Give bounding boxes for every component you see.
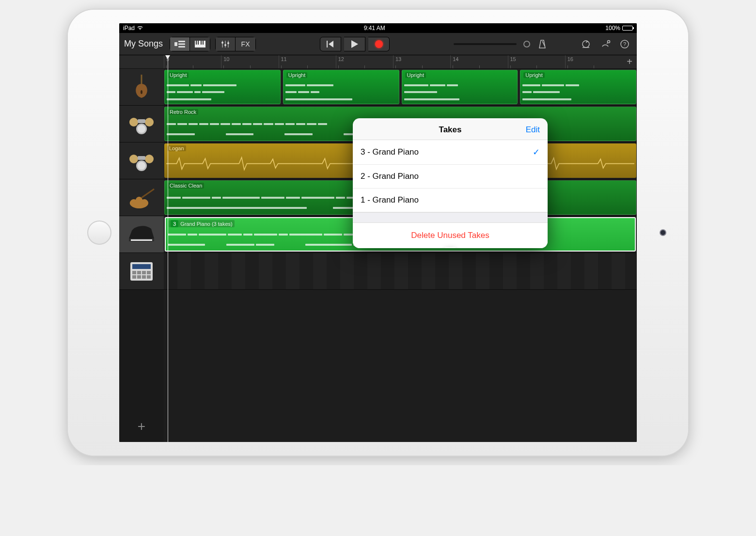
track-header-classic[interactable]	[119, 179, 164, 216]
svg-rect-0	[174, 42, 177, 46]
svg-rect-45	[142, 275, 146, 279]
popover-pointer-icon	[444, 247, 456, 248]
rewind-button[interactable]	[320, 37, 341, 51]
take-item-1[interactable]: 1 - Grand Piano	[353, 189, 548, 212]
fx-button[interactable]: FX	[236, 37, 256, 51]
take-item-3[interactable]: 3 - Grand Piano ✓	[353, 140, 548, 165]
svg-rect-41	[142, 271, 146, 274]
popover-edit-button[interactable]: Edit	[526, 125, 540, 135]
svg-point-12	[224, 44, 226, 46]
device-label: iPad	[123, 25, 135, 32]
loop-button[interactable]	[579, 37, 593, 51]
svg-rect-28	[138, 119, 145, 123]
svg-rect-38	[132, 264, 151, 269]
region-upright-1[interactable]: Upright	[164, 70, 281, 104]
svg-rect-43	[132, 275, 136, 279]
front-camera	[660, 229, 666, 236]
take-item-2[interactable]: 2 - Grand Piano	[353, 165, 548, 189]
clock: 9:41 AM	[364, 25, 385, 32]
popover-title: Takes	[439, 125, 462, 134]
guitar-icon	[127, 183, 156, 212]
delete-unused-takes-button[interactable]: Delete Unused Takes	[353, 223, 548, 248]
mixer-button[interactable]	[215, 37, 236, 51]
metronome-button[interactable]	[535, 37, 550, 51]
cello-icon	[127, 73, 156, 102]
wifi-icon	[137, 25, 143, 32]
record-button[interactable]	[368, 37, 390, 51]
svg-rect-15	[327, 41, 328, 47]
piano-icon	[127, 220, 156, 249]
drum-kit2-icon	[127, 146, 156, 175]
add-track-button[interactable]: +	[119, 411, 164, 442]
sampler-icon	[127, 257, 156, 286]
svg-rect-36	[131, 239, 152, 241]
svg-line-34	[142, 189, 154, 198]
region-upright-4[interactable]: Upright	[520, 70, 636, 104]
takes-count-badge: 3	[171, 220, 178, 227]
svg-text:?: ?	[623, 41, 626, 47]
screen: iPad 9:41 AM 100% My Songs	[119, 23, 637, 442]
takes-list: 3 - Grand Piano ✓ 2 - Grand Piano 1 - Gr…	[353, 140, 548, 212]
view-toggle	[170, 37, 210, 51]
status-bar: iPad 9:41 AM 100%	[119, 23, 637, 33]
instrument-view-button[interactable]	[190, 37, 210, 51]
home-button[interactable]	[87, 221, 111, 245]
checkmark-icon: ✓	[533, 147, 540, 158]
svg-rect-40	[137, 271, 141, 274]
svg-rect-6	[198, 41, 199, 45]
track-header-piano[interactable]	[119, 216, 164, 253]
ruler[interactable]: 9 10 11 12 13 14 15 16 +	[164, 55, 637, 69]
battery-icon	[622, 26, 633, 31]
ipad-frame: iPad 9:41 AM 100% My Songs	[68, 10, 688, 456]
track-row-upright[interactable]: Upright Upright Upright Upright	[164, 69, 637, 106]
svg-point-14	[227, 42, 229, 44]
empty-area	[164, 290, 637, 442]
mix-group: FX	[215, 37, 256, 51]
toolbar: My Songs FX	[119, 33, 637, 55]
region-upright-3[interactable]: Upright	[402, 70, 518, 104]
svg-rect-39	[132, 271, 136, 274]
svg-rect-44	[137, 275, 141, 279]
add-section-button[interactable]: +	[622, 55, 637, 68]
tracks-view-button[interactable]	[170, 37, 190, 51]
svg-rect-2	[178, 43, 185, 45]
svg-rect-1	[178, 41, 185, 42]
play-button[interactable]	[344, 37, 365, 51]
drum-kit-icon	[127, 110, 156, 139]
track-header-sampler[interactable]	[119, 253, 164, 290]
svg-rect-8	[203, 41, 204, 45]
my-songs-button[interactable]: My Songs	[124, 39, 163, 49]
svg-point-27	[145, 118, 154, 126]
track-row-sampler[interactable]	[164, 253, 637, 290]
master-volume-slider[interactable]	[454, 43, 517, 45]
svg-rect-3	[178, 46, 185, 47]
svg-point-10	[221, 42, 223, 44]
settings-button[interactable]	[598, 37, 613, 51]
svg-point-17	[583, 41, 589, 47]
svg-rect-42	[147, 271, 151, 274]
content: + 9 10 11 12 13 14 15 16 + Upright	[119, 55, 637, 442]
region-upright-2[interactable]: Upright	[283, 70, 399, 104]
svg-rect-7	[201, 41, 202, 45]
popover-header: Takes Edit	[353, 118, 548, 140]
svg-point-30	[138, 162, 145, 170]
svg-rect-33	[138, 156, 145, 160]
record-icon	[375, 40, 383, 48]
battery-pct: 100%	[605, 25, 620, 32]
track-headers: +	[119, 55, 164, 442]
help-button[interactable]: ?	[617, 37, 632, 51]
svg-point-32	[145, 155, 154, 163]
svg-rect-46	[147, 275, 151, 279]
transport	[320, 37, 390, 51]
track-header-retro[interactable]	[119, 106, 164, 142]
svg-point-23	[141, 90, 142, 94]
svg-point-25	[138, 125, 145, 133]
timeline: 9 10 11 12 13 14 15 16 + Upright Upright	[164, 55, 637, 442]
svg-point-31	[129, 155, 138, 163]
takes-popover: Takes Edit 3 - Grand Piano ✓ 2 - Grand P…	[353, 118, 548, 248]
track-header-upright[interactable]	[119, 69, 164, 106]
svg-line-20	[607, 43, 608, 44]
svg-point-26	[129, 118, 138, 126]
master-volume-knob[interactable]	[523, 41, 530, 47]
track-header-logan[interactable]	[119, 142, 164, 179]
